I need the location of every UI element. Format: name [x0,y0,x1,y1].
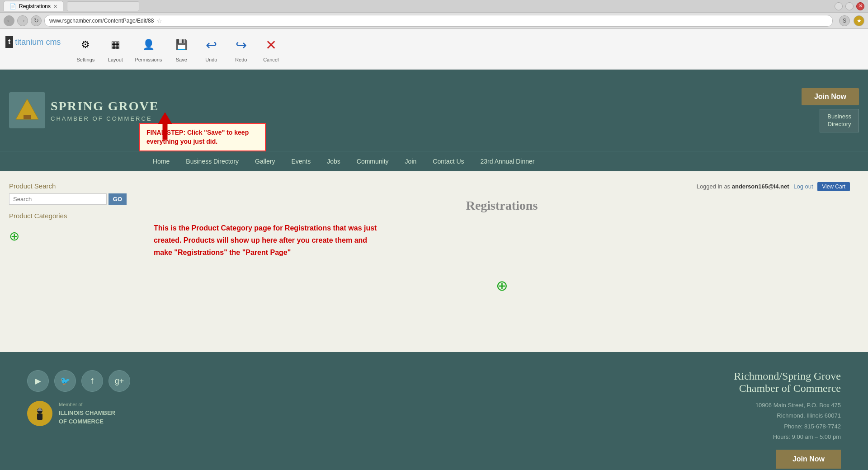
maximize-button[interactable] [845,2,854,10]
view-cart-button[interactable]: View Cart [817,182,850,191]
annotation-arrow [154,113,176,144]
youtube-icon[interactable]: ▶ [27,370,49,392]
add-item-icon[interactable]: ⊕ [9,229,127,244]
user-email: anderson165@i4.net [732,183,789,190]
undo-tool[interactable]: ↩ Undo [197,33,225,64]
cms-logo: t titanium cms [5,33,61,48]
settings-icon: ⚙ [75,34,96,55]
layout-tool[interactable]: ▦ Layout [101,33,129,64]
tab-favicon: 📄 [9,3,16,9]
user-profile-icon: ★ [854,15,864,26]
undo-label: Undo [205,57,217,62]
search-input[interactable] [9,193,107,205]
layout-icon: ▦ [105,34,126,55]
site-logo-area: SPRING GROVE CHAMBER OF COMMERCE [9,92,159,128]
content-area: Logged in as anderson165@i4.net Log out … [136,171,868,352]
illinois-member: Member of ILLINOIS CHAMBER OF COMMERCE [27,401,130,426]
nav-contact-us[interactable]: Contact Us [425,151,472,171]
svg-marker-0 [158,113,172,140]
back-button[interactable]: ← [4,15,14,26]
browser-controls: ← → ↻ www.rsgchamber.com/ContentPage/Edi… [0,13,868,29]
address-bar[interactable]: www.rsgchamber.com/ContentPage/Edit/88 ☆ [44,15,833,27]
header-right: Join Now Business Directory [802,88,859,132]
main-content-wrapper: Product Search GO Product Categories ⊕ L… [0,171,868,352]
site-footer: ▶ 🐦 f g+ Member of ILLINOIS CHAMBER OF C [0,352,868,470]
logout-link[interactable]: Log out [793,183,813,190]
site-header: SPRING GROVE CHAMBER OF COMMERCE Join No… [0,70,868,151]
svg-rect-6 [37,414,42,420]
redo-icon: ↪ [231,34,251,55]
nav-home[interactable]: Home [145,151,178,171]
browser-tab[interactable]: 📄 Registrations ✕ [4,1,63,11]
close-window-button[interactable]: ✕ [856,2,864,10]
tab-title: Registrations [19,3,51,9]
site-title: SPRING GROVE [51,99,159,113]
footer-right: Richmond/Spring Grove Chamber of Commerc… [734,370,841,469]
forward-button[interactable]: → [17,15,28,26]
add-content-icon[interactable]: ⊕ [154,277,850,294]
footer-org-name: Richmond/Spring Grove Chamber of Commerc… [734,370,841,395]
site-logo [9,92,45,128]
page-title: Registrations [154,198,850,213]
nav-business-directory[interactable]: Business Directory [178,151,247,171]
cancel-icon: ✕ [260,34,281,55]
cancel-tool[interactable]: ✕ Cancel [257,33,285,64]
product-categories-label: Product Categories [9,212,127,220]
save-icon: 💾 [171,34,192,55]
save-tool[interactable]: 💾 Save [167,33,195,64]
business-directory-header-button[interactable]: Business Directory [820,109,859,132]
footer-address: 10906 Main Street, P.O. Box 475 Richmond… [734,400,841,442]
extensions-icon: S [839,15,850,26]
save-label: Save [176,57,187,62]
cms-toolbar: t titanium cms ⚙ Settings ▦ Layout 👤 Per… [0,29,868,70]
illinois-text: Member of ILLINOIS CHAMBER OF COMMERCE [59,401,115,426]
illinois-logo [27,401,52,426]
product-search-label: Product Search [9,182,127,190]
minimize-button[interactable] [835,2,843,10]
twitter-icon[interactable]: 🐦 [54,370,76,392]
new-tab-area [67,1,139,11]
cms-logo-text: titanium cms [15,38,61,47]
cancel-label: Cancel [263,57,278,62]
redo-label: Redo [235,57,247,62]
reload-button[interactable]: ↻ [31,15,42,26]
footer-left: ▶ 🐦 f g+ Member of ILLINOIS CHAMBER OF C [27,370,130,426]
browser-titlebar: 📄 Registrations ✕ ✕ [0,0,868,13]
nav-events[interactable]: Events [283,151,319,171]
layout-label: Layout [108,57,123,62]
cms-logo-box: t [5,36,13,48]
redo-tool[interactable]: ↪ Redo [227,33,255,64]
bookmark-icon: ☆ [156,17,162,24]
nav-gallery[interactable]: Gallery [247,151,283,171]
search-row: GO [9,193,127,205]
nav-jobs[interactable]: Jobs [319,151,349,171]
sidebar: Product Search GO Product Categories ⊕ [0,171,136,352]
site-subtitle: CHAMBER OF COMMERCE [51,115,159,122]
join-now-header-button[interactable]: Join Now [802,88,859,105]
site-nav: Home Business Directory Gallery Events J… [0,151,868,171]
permissions-label: Permissions [135,57,162,62]
join-now-footer-button[interactable]: Join Now [776,450,841,469]
permissions-icon: 👤 [138,34,159,55]
social-icons: ▶ 🐦 f g+ [27,370,130,392]
nav-join[interactable]: Join [397,151,425,171]
settings-label: Settings [77,57,95,62]
logged-in-label: Logged in as [697,183,730,190]
tab-close-icon[interactable]: ✕ [53,4,57,9]
googleplus-icon[interactable]: g+ [108,370,130,392]
svg-rect-3 [24,115,31,119]
permissions-tool[interactable]: 👤 Permissions [131,33,165,64]
undo-icon: ↩ [201,34,222,55]
user-bar: Logged in as anderson165@i4.net Log out … [154,182,850,191]
nav-annual-dinner[interactable]: 23rd Annual Dinner [472,151,543,171]
search-go-button[interactable]: GO [108,193,127,205]
facebook-icon[interactable]: f [81,370,103,392]
settings-tool[interactable]: ⚙ Settings [71,33,99,64]
instruction-text: This is the Product Category page for Re… [154,222,380,259]
nav-community[interactable]: Community [349,151,397,171]
